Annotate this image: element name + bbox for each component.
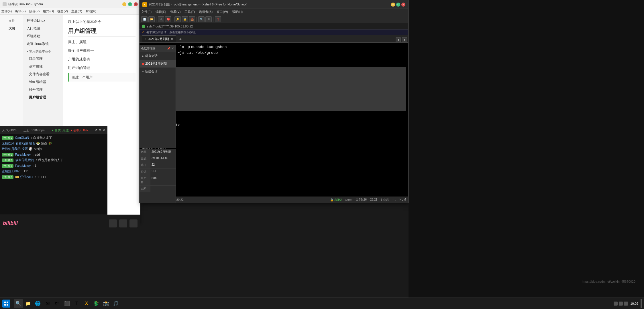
menu-theme[interactable]: 主题(O) — [71, 9, 82, 13]
taskbar-browser[interactable]: 🌐 — [33, 299, 42, 308]
taskbar-show-desktop[interactable] — [641, 299, 642, 308]
xshell-close[interactable]: ✕ — [401, 3, 405, 7]
tab-scroll-right[interactable]: ▶ — [402, 37, 407, 42]
tab-scroll-left[interactable]: ◀ — [396, 37, 401, 42]
typora-close[interactable]: ✕ — [134, 2, 138, 6]
sidebar-item-env[interactable]: 环境搭建 — [23, 32, 63, 40]
xshell-menu-tabs[interactable]: 选项卡(B) — [199, 10, 213, 14]
systray-network[interactable] — [614, 302, 618, 306]
sidebar-item-account[interactable]: 账号管理 — [23, 86, 63, 94]
xshell-statusbar: ssh://root@*****.39.105.61.80:22 🔒 SSH2 … — [140, 197, 408, 203]
session-item-current[interactable]: 2021年2月到期 — [140, 60, 176, 68]
sidebar-item-attr[interactable]: 基本属性 — [23, 63, 63, 70]
typora-minimize[interactable]: ─ — [122, 2, 126, 6]
bilibili-icon-1[interactable] — [109, 219, 117, 227]
live-quality-good: ● 画质: 最佳 — [52, 128, 69, 132]
systray-volume[interactable] — [619, 302, 623, 306]
menu-file[interactable]: 文件(F) — [1, 9, 12, 13]
info-value-desc — [150, 186, 153, 192]
menu-format[interactable]: 格式(O) — [43, 9, 54, 13]
toolbar-connect[interactable]: 🔌 — [158, 16, 164, 22]
taskbar-app-extra1[interactable]: 🐉 — [92, 299, 101, 308]
terminal-line: wheel:x:10: — [142, 111, 406, 117]
tab-outline[interactable]: 大纲 — [7, 25, 17, 32]
taskbar-typora[interactable]: T — [72, 299, 81, 308]
menu-edit[interactable]: 编辑(E) — [15, 9, 26, 13]
typora-maximize[interactable]: □ — [128, 2, 132, 6]
sidebar-item-vim[interactable]: Vim 编辑器 — [23, 78, 63, 86]
live-refresh-icon[interactable]: ↺ — [95, 128, 97, 132]
xshell-menu-help[interactable]: 帮助(H) — [232, 10, 243, 14]
terminal-output[interactable]: [root@kuangshen ~]# groupadd kuangshen[r… — [140, 43, 408, 199]
session-new-icon: + — [142, 70, 144, 74]
toolbar-sftp[interactable]: 📤 — [189, 16, 195, 22]
chat-user-2: 无颜欢风-看着动漫 喂食 — [2, 142, 35, 145]
toolbar-print[interactable]: 🖨 — [205, 16, 212, 22]
xshell-maximize[interactable]: □ — [396, 3, 400, 7]
info-label-port: 端口 — [140, 162, 150, 168]
session-new-label: 新建会话 — [145, 69, 158, 74]
sidebar-item-dir[interactable]: 目录管理 — [23, 55, 63, 63]
xshell-tab-add[interactable]: + — [177, 36, 184, 42]
toolbar-find[interactable]: 🔍 — [198, 16, 205, 22]
chat-msg-6: 小狂神 1 FarajMujey ：1 — [2, 163, 106, 168]
toolbar-key[interactable]: 🔑 — [174, 16, 181, 22]
taskbar-start-button[interactable] — [2, 300, 10, 308]
toolbar-new[interactable]: 📄 — [141, 16, 148, 22]
info-label-user: 用户名 — [140, 175, 150, 185]
session-group-all[interactable]: ▶ 所有会话 — [140, 52, 176, 60]
systray-battery[interactable] — [624, 302, 628, 306]
taskbar-clock[interactable]: 10:02 — [630, 302, 638, 305]
info-label-desc: 说明 — [140, 186, 150, 192]
menu-view[interactable]: 视图(V) — [57, 9, 68, 13]
sidebar-category-common[interactable]: 常用的基本命令 — [23, 48, 63, 55]
menu-paragraph[interactable]: 段落(P) — [29, 9, 40, 13]
info-row-proto: 协议 SSH — [140, 169, 176, 175]
terminal-line: sys:x:3: — [142, 72, 406, 78]
sidebar-item-usergroup[interactable]: 用户组管理 — [23, 94, 63, 101]
xshell-tab-label: 1 2021年2月到期 — [145, 37, 169, 41]
toolbar-help[interactable]: ❓ — [215, 16, 221, 22]
menu-help[interactable]: 帮助(H) — [86, 9, 96, 13]
session-panel-close[interactable]: ✕ — [172, 47, 174, 50]
statusbar-num: NUM — [399, 198, 406, 202]
toolbar-agent[interactable]: 🔒 — [182, 16, 188, 22]
taskbar-search[interactable]: 🔍 — [14, 299, 23, 308]
sidebar-item-intro[interactable]: 入门概述 — [23, 25, 63, 32]
taskbar-app-extra3[interactable]: 🎵 — [111, 299, 120, 308]
sidebar-item-nearlinux[interactable]: 走近Linux系统 — [23, 40, 63, 48]
xshell-menu-view[interactable]: 查看(V) — [170, 10, 181, 14]
live-viewer-count: 人气 6026 — [2, 128, 17, 132]
session-group-icon: ▶ — [142, 55, 144, 58]
chat-msg-5: 小狂神 1 放假你是我的 ：我也是有牌的人了 — [2, 158, 106, 163]
xshell-tab-close[interactable]: ✕ — [171, 37, 173, 41]
bilibili-icon-3[interactable] — [129, 219, 138, 227]
session-status-dot — [142, 63, 144, 65]
taskbar-app-extra2[interactable]: 📸 — [101, 299, 111, 308]
live-close-icon[interactable]: ✕ — [103, 128, 105, 132]
xshell-menu-window[interactable]: 窗口(W) — [217, 10, 228, 14]
sidebar-item-fileview[interactable]: 文件内容查看 — [23, 70, 63, 78]
session-panel-pin[interactable]: 📌 — [167, 47, 170, 50]
notice-icon: ⚠ — [142, 30, 145, 34]
toolbar-open[interactable]: 📂 — [148, 16, 155, 22]
xshell-menu-edit[interactable]: 编辑(E) — [156, 10, 166, 14]
taskbar-explorer[interactable]: 📁 — [23, 299, 33, 308]
sidebar-item-kuangshen[interactable]: 狂神说Linux — [23, 17, 63, 25]
tab-file[interactable]: 文件 — [7, 17, 17, 24]
statusbar-sessions: 1 会话 — [381, 198, 389, 202]
xshell-minimize[interactable]: ─ — [391, 3, 395, 7]
bilibili-icon-2[interactable] — [119, 219, 127, 227]
xshell-menu-tools[interactable]: 工具(T) — [184, 10, 195, 14]
session-panel: 会话管理器 📌 ✕ ▶ 所有会话 2021年2月到期 + 新建会话 — [139, 45, 176, 148]
xshell-tab-session[interactable]: 1 2021年2月到期 ✕ — [142, 35, 176, 42]
session-item-new[interactable]: + 新建会话 — [140, 68, 176, 75]
taskbar-xshell[interactable]: X — [82, 299, 91, 308]
taskbar-terminal[interactable]: ⬛ — [62, 299, 72, 308]
taskbar-mail[interactable]: ✉ — [43, 299, 52, 308]
toolbar-disconnect[interactable]: ⛔ — [165, 16, 171, 22]
xshell-menu-file[interactable]: 文件(F) — [141, 10, 152, 14]
info-label-name: 名称 — [140, 149, 150, 155]
live-settings-icon[interactable]: ⚙ — [99, 128, 101, 132]
taskbar-store[interactable]: 🛍 — [53, 299, 62, 308]
